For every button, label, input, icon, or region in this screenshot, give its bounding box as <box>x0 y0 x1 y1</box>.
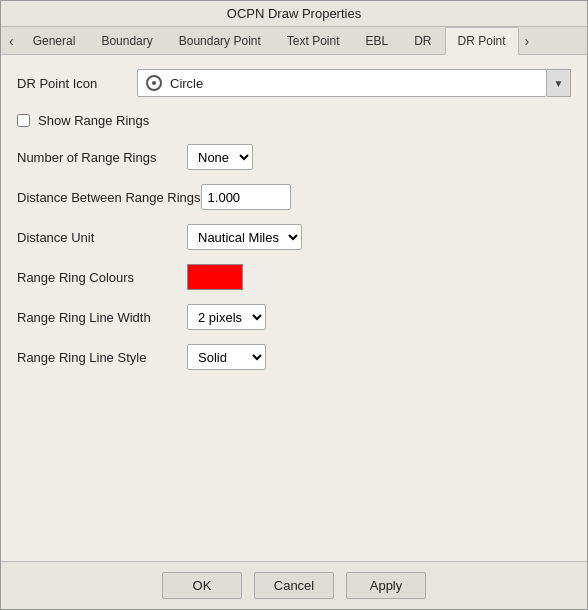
dr-point-icon-row: DR Point Icon Circle ▼ <box>17 69 571 97</box>
icon-select-value: Circle <box>170 76 538 91</box>
cancel-button[interactable]: Cancel <box>254 572 334 599</box>
tab-ebl[interactable]: EBL <box>353 27 402 54</box>
range-ring-line-style-select[interactable]: Solid Dashed Dotted <box>187 344 266 370</box>
range-ring-line-width-row: Range Ring Line Width 1 pixel 2 pixels 3… <box>17 304 571 330</box>
ok-button[interactable]: OK <box>162 572 242 599</box>
distance-between-row: Distance Between Range Rings 1.000 <box>17 184 571 210</box>
number-of-range-rings-label: Number of Range Rings <box>17 150 187 165</box>
content-area: DR Point Icon Circle ▼ Show Range Rings … <box>1 55 587 561</box>
range-ring-line-style-row: Range Ring Line Style Solid Dashed Dotte… <box>17 344 571 370</box>
icon-select-wrapper: Circle ▼ <box>137 69 571 97</box>
show-range-rings-row: Show Range Rings <box>17 113 571 128</box>
tab-nav-left[interactable]: ‹ <box>3 29 20 53</box>
icon-select-box[interactable]: Circle <box>137 69 547 97</box>
range-ring-line-width-select[interactable]: 1 pixel 2 pixels 3 pixels 4 pixels <box>187 304 266 330</box>
distance-unit-row: Distance Unit Nautical Miles Kilometers … <box>17 224 571 250</box>
apply-button[interactable]: Apply <box>346 572 426 599</box>
tab-bar: ‹ General Boundary Boundary Point Text P… <box>1 27 587 55</box>
circle-dot <box>152 81 156 85</box>
tab-dr[interactable]: DR <box>401 27 444 54</box>
range-ring-line-width-label: Range Ring Line Width <box>17 310 187 325</box>
tab-general[interactable]: General <box>20 27 89 54</box>
title-bar: OCPN Draw Properties <box>1 1 587 27</box>
range-ring-colour-button[interactable] <box>187 264 243 290</box>
tab-dr-point[interactable]: DR Point <box>445 27 519 55</box>
show-range-rings-label[interactable]: Show Range Rings <box>38 113 149 128</box>
range-ring-colours-label: Range Ring Colours <box>17 270 187 285</box>
distance-between-label: Distance Between Range Rings <box>17 190 201 205</box>
distance-between-input[interactable]: 1.000 <box>201 184 291 210</box>
show-range-rings-checkbox[interactable] <box>17 114 30 127</box>
range-ring-colours-row: Range Ring Colours <box>17 264 571 290</box>
tab-boundary[interactable]: Boundary <box>88 27 165 54</box>
range-ring-line-style-label: Range Ring Line Style <box>17 350 187 365</box>
window-title: OCPN Draw Properties <box>227 6 361 21</box>
circle-icon <box>146 75 162 91</box>
tab-boundary-point[interactable]: Boundary Point <box>166 27 274 54</box>
tab-nav-right[interactable]: › <box>519 29 536 53</box>
distance-unit-label: Distance Unit <box>17 230 187 245</box>
main-window: OCPN Draw Properties ‹ General Boundary … <box>0 0 588 610</box>
number-of-range-rings-select[interactable]: None 1 2 3 4 5 <box>187 144 253 170</box>
number-of-range-rings-row: Number of Range Rings None 1 2 3 4 5 <box>17 144 571 170</box>
footer: OK Cancel Apply <box>1 561 587 609</box>
distance-unit-select[interactable]: Nautical Miles Kilometers Miles <box>187 224 302 250</box>
dr-point-icon-label: DR Point Icon <box>17 76 137 91</box>
icon-dropdown-arrow[interactable]: ▼ <box>547 69 571 97</box>
tab-text-point[interactable]: Text Point <box>274 27 353 54</box>
